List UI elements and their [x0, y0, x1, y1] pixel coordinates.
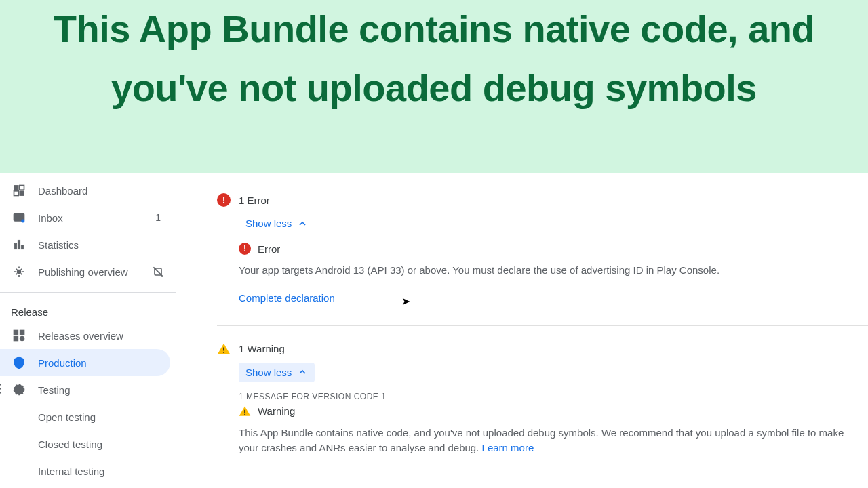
sidebar-item-label: Internal testing	[38, 466, 165, 477]
banner-title: This App Bundle contains native code, an…	[0, 0, 868, 118]
sidebar-item-label: Closed testing	[38, 439, 165, 450]
warning-toggle-showless[interactable]: Show less	[239, 363, 315, 382]
main-content: ! 1 Error Show less ! Error Your app tar…	[176, 173, 868, 488]
svg-point-5	[21, 220, 24, 223]
sidebar-item-label: Dashboard	[38, 185, 165, 197]
sidebar-item-statistics[interactable]: Statistics	[0, 231, 176, 258]
sidebar-item-open-testing[interactable]: Open testing	[0, 403, 176, 430]
svg-rect-1	[20, 186, 24, 190]
production-icon	[11, 354, 27, 371]
sidebar-item-label: Production	[38, 357, 159, 369]
publishing-icon	[11, 264, 27, 280]
inbox-icon	[11, 209, 27, 226]
svg-point-17	[0, 392, 1, 393]
svg-point-9	[18, 270, 21, 274]
error-block: ! 1 Error Show less ! Error Your app tar…	[176, 193, 868, 320]
sidebar-item-label: Releases overview	[38, 330, 165, 342]
svg-rect-7	[18, 240, 20, 249]
svg-rect-12	[20, 331, 24, 335]
inbox-badge: 1	[155, 212, 161, 223]
divider	[217, 325, 868, 326]
svg-rect-3	[20, 191, 24, 196]
sidebar-item-inbox[interactable]: Inbox 1	[0, 204, 176, 231]
sidebar-item-label: Open testing	[38, 411, 165, 423]
warning-message: This App Bundle contains native code, an…	[239, 426, 868, 456]
warning-block: 1 Warning Show less 1 MESSAGE FOR VERSIO…	[176, 342, 868, 486]
sidebar: Dashboard Inbox 1 Statistics Publishing …	[0, 173, 176, 488]
warning-icon	[239, 405, 251, 418]
dashboard-icon	[11, 182, 27, 199]
sidebar-item-label: Testing	[38, 384, 165, 396]
sidebar-item-testing[interactable]: Testing	[0, 376, 176, 403]
sidebar-item-publishing-overview[interactable]: Publishing overview	[0, 258, 176, 285]
svg-rect-8	[21, 245, 23, 249]
warning-icon	[217, 342, 231, 356]
learn-more-link[interactable]: Learn more	[482, 442, 534, 453]
complete-declaration-link[interactable]: Complete declaration	[239, 292, 868, 304]
error-message: Your app targets Android 13 (API 33) or …	[239, 263, 868, 279]
version-caption: 1 MESSAGE FOR VERSION CODE 1	[239, 392, 868, 401]
svg-point-15	[0, 384, 1, 385]
svg-rect-0	[14, 186, 19, 190]
error-count: 1 Error	[239, 195, 270, 206]
chevron-up-icon	[297, 367, 308, 378]
sidebar-item-internal-testing[interactable]: Internal testing	[0, 458, 176, 485]
warning-count: 1 Warning	[239, 343, 285, 354]
toggle-label: Show less	[245, 367, 292, 378]
svg-rect-2	[14, 191, 19, 196]
divider	[0, 292, 176, 293]
sidebar-item-dashboard[interactable]: Dashboard	[0, 177, 176, 204]
svg-rect-6	[14, 243, 16, 249]
title-banner: This App Bundle contains native code, an…	[0, 0, 868, 173]
svg-point-16	[0, 388, 1, 389]
section-title-release: Release	[0, 300, 176, 322]
testing-icon	[11, 382, 27, 398]
sidebar-item-closed-testing[interactable]: Closed testing	[0, 430, 176, 458]
sidebar-item-label: Publishing overview	[38, 266, 151, 278]
sidebar-item-production[interactable]: Production	[0, 349, 170, 376]
svg-rect-20	[223, 352, 224, 353]
svg-rect-13	[14, 337, 18, 341]
error-icon: !	[239, 243, 251, 255]
svg-rect-19	[223, 347, 224, 350]
error-toggle-showless[interactable]: Show less	[239, 214, 315, 233]
sidebar-item-label: Statistics	[38, 239, 165, 251]
chevron-up-icon	[297, 218, 308, 229]
warning-item-label: Warning	[258, 405, 295, 417]
svg-rect-21	[244, 409, 245, 413]
error-item-label: Error	[258, 243, 280, 255]
sidebar-item-releases-overview[interactable]: Releases overview	[0, 322, 176, 349]
sidebar-item-label: Inbox	[38, 212, 155, 224]
svg-rect-11	[14, 331, 18, 335]
toggle-label: Show less	[245, 218, 292, 229]
svg-point-14	[20, 337, 24, 341]
releases-overview-icon	[11, 327, 27, 344]
svg-rect-22	[244, 413, 245, 415]
expand-caret-icon	[0, 382, 4, 398]
statistics-icon	[11, 237, 27, 253]
error-icon: !	[217, 193, 231, 207]
unmanaged-icon	[151, 265, 165, 279]
